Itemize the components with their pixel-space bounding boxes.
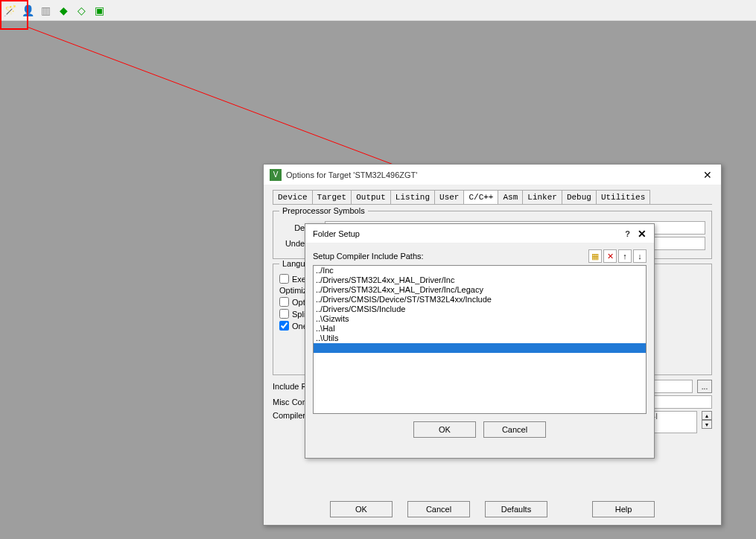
list-item-selected[interactable] bbox=[314, 343, 646, 353]
list-item[interactable]: ..\Utils bbox=[314, 334, 646, 343]
tab-user[interactable]: User bbox=[434, 190, 464, 204]
tab-linker[interactable]: Linker bbox=[522, 190, 562, 204]
options-help-button[interactable]: Help bbox=[592, 501, 655, 517]
dialog-app-icon: V bbox=[270, 169, 282, 181]
svg-line-0 bbox=[27, 27, 417, 173]
person-icon[interactable]: 👤 bbox=[21, 4, 34, 17]
options-icon[interactable]: 🪄 bbox=[3, 4, 16, 17]
include-paths-browse-button[interactable]: ... bbox=[697, 380, 712, 393]
tab-debug[interactable]: Debug bbox=[562, 190, 597, 204]
folder-cancel-button[interactable]: Cancel bbox=[483, 421, 546, 438]
scroll-down-button[interactable]: ▼ bbox=[702, 420, 712, 429]
folder-path-list[interactable]: ../Inc ../Drivers/STM32L4xx_HAL_Driver/I… bbox=[313, 265, 647, 414]
list-item[interactable]: ../Inc bbox=[314, 266, 646, 275]
tab-device[interactable]: Device bbox=[273, 190, 313, 204]
group-preprocessor-title: Preprocessor Symbols bbox=[279, 206, 368, 215]
folder-move-up-icon[interactable]: ↑ bbox=[618, 249, 632, 263]
tab-utilities[interactable]: Utilities bbox=[596, 190, 650, 204]
options-cancel-button[interactable]: Cancel bbox=[407, 501, 470, 517]
options-title: Options for Target 'STM32L496ZGT' bbox=[286, 170, 700, 179]
options-ok-button[interactable]: OK bbox=[330, 501, 393, 517]
list-item[interactable]: ../Drivers/STM32L4xx_HAL_Driver/Inc/Lega… bbox=[314, 285, 646, 295]
folder-move-down-icon[interactable]: ↓ bbox=[633, 249, 647, 263]
tab-output[interactable]: Output bbox=[351, 190, 391, 204]
options-button-bar: OK Cancel Defaults Help bbox=[264, 501, 721, 517]
batch-build-icon[interactable]: ▣ bbox=[92, 4, 106, 17]
tab-asm[interactable]: Asm bbox=[498, 190, 523, 204]
folder-title: Folder Setup bbox=[313, 229, 625, 238]
scroll-up-button[interactable]: ▲ bbox=[702, 411, 712, 420]
main-toolbar: 🪄 👤 ▥ ◆ ◇ ▣ bbox=[0, 0, 756, 21]
rebuild-icon[interactable]: ◇ bbox=[74, 4, 88, 17]
list-item[interactable]: ../Drivers/STM32L4xx_HAL_Driver/Inc bbox=[314, 275, 646, 285]
options-titlebar: V Options for Target 'STM32L496ZGT' ✕ bbox=[264, 165, 721, 185]
tab-c-cpp[interactable]: C/C++ bbox=[463, 190, 498, 204]
stack-icon[interactable]: ▥ bbox=[39, 4, 52, 17]
compiler-control-scroll: ▲ ▼ bbox=[702, 411, 712, 429]
tab-listing[interactable]: Listing bbox=[390, 190, 435, 204]
list-item[interactable]: ..\Hal bbox=[314, 324, 646, 334]
build-icon[interactable]: ◆ bbox=[57, 4, 70, 17]
folder-delete-icon[interactable]: ✕ bbox=[603, 249, 617, 263]
folder-help-icon[interactable]: ? bbox=[625, 229, 630, 238]
list-item[interactable]: ../Drivers/CMSIS/Include bbox=[314, 304, 646, 314]
folder-titlebar: Folder Setup ? ✕ bbox=[305, 224, 654, 243]
folder-button-bar: OK Cancel bbox=[313, 421, 647, 438]
list-item[interactable]: ..\Gizwits bbox=[314, 314, 646, 324]
options-close-icon[interactable]: ✕ bbox=[700, 169, 715, 181]
folder-close-icon[interactable]: ✕ bbox=[638, 228, 647, 240]
options-tabs: Device Target Output Listing User C/C++ … bbox=[273, 190, 712, 205]
options-defaults-button[interactable]: Defaults bbox=[485, 501, 547, 517]
folder-body: Setup Compiler Include Paths: ▦ ✕ ↑ ↓ ..… bbox=[305, 243, 654, 458]
folder-new-icon[interactable]: ▦ bbox=[588, 249, 602, 263]
list-item[interactable]: ../Drivers/CMSIS/Device/ST/STM32L4xx/Inc… bbox=[314, 295, 646, 304]
tab-target[interactable]: Target bbox=[312, 190, 352, 204]
folder-list-label: Setup Compiler Include Paths: bbox=[313, 252, 588, 261]
folder-ok-button[interactable]: OK bbox=[413, 421, 476, 438]
folder-setup-dialog: Folder Setup ? ✕ Setup Compiler Include … bbox=[305, 223, 655, 459]
